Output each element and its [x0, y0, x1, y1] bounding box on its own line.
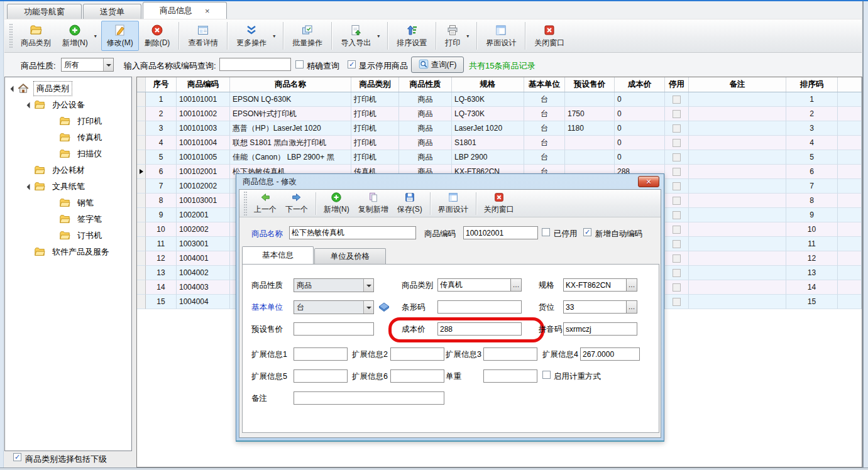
disabled-checkbox[interactable]: [673, 124, 681, 133]
view-details-button[interactable]: 查看详情: [182, 21, 224, 51]
add-new-button[interactable]: 新增(N): [319, 191, 354, 216]
column-header-nature[interactable]: 商品性质: [399, 77, 452, 92]
ext1-input[interactable]: [294, 347, 348, 361]
more-actions-button[interactable]: 更多操作: [231, 21, 272, 51]
disabled-checkbox[interactable]: [673, 139, 681, 147]
ext6-input[interactable]: [390, 369, 444, 383]
product-category-button[interactable]: 商品类别: [15, 21, 57, 51]
column-header-price[interactable]: 预设售价: [565, 77, 615, 92]
base-unit-combo[interactable]: 台: [294, 300, 374, 314]
dropdown-caret-icon[interactable]: ▾: [377, 33, 383, 39]
unit-weight-input[interactable]: [483, 369, 537, 383]
tab-basic-info[interactable]: 基本信息: [242, 246, 314, 264]
tree-item-签字笔[interactable]: 签字笔: [5, 211, 131, 227]
chevron-down-icon[interactable]: [363, 301, 373, 314]
unit-book-icon[interactable]: [378, 300, 390, 313]
expander-icon[interactable]: [25, 103, 34, 107]
ui-design-button[interactable]: 界面设计: [434, 191, 473, 216]
table-row[interactable]: 1100101001EPSON LQ-630K打印机商品LQ-630K台01: [137, 92, 862, 107]
pinyin-input[interactable]: [563, 322, 637, 336]
dropdown-caret-icon[interactable]: ▾: [466, 33, 473, 39]
disabled-checkbox[interactable]: [673, 96, 681, 104]
note-input[interactable]: [294, 391, 444, 405]
tab-1[interactable]: 功能导航窗: [7, 4, 82, 19]
disabled-checkbox[interactable]: [673, 226, 681, 234]
disabled-checkbox[interactable]: [673, 153, 681, 161]
disabled-checkbox[interactable]: [673, 182, 681, 190]
query-button[interactable]: 查询(F): [411, 57, 464, 73]
print-button[interactable]: 打印: [439, 21, 466, 51]
ext5-input[interactable]: [294, 369, 348, 383]
sort-settings-button[interactable]: 排序设置: [391, 21, 432, 51]
column-header-cost[interactable]: 成本价: [615, 77, 665, 92]
disabled-checkbox[interactable]: [673, 298, 681, 306]
barcode-input[interactable]: [437, 300, 522, 314]
column-header-seq[interactable]: 序号: [146, 77, 177, 92]
tab-3[interactable]: 商品信息×: [143, 2, 227, 19]
tree-item-办公设备[interactable]: 办公设备: [5, 97, 131, 113]
table-row[interactable]: 3100101003惠普（HP）LaserJet 1020打印机商品LaserJ…: [137, 121, 862, 136]
table-row[interactable]: 4100101004联想 S1801 黑白激光打印机打印机商品S1801台04: [137, 136, 862, 150]
is-disabled-checkbox[interactable]: [542, 228, 550, 236]
save-button[interactable]: 保存(S): [393, 191, 427, 216]
tree-item-办公耗材[interactable]: 办公耗材: [5, 162, 131, 178]
column-header-spec[interactable]: 规格: [452, 77, 524, 92]
disabled-checkbox[interactable]: [673, 283, 681, 292]
column-header-category[interactable]: 商品类别: [351, 77, 399, 92]
close-window-button[interactable]: 关闭窗口: [529, 21, 570, 51]
ui-design-button[interactable]: 界面设计: [480, 21, 522, 51]
tree-item-软件产品及服务[interactable]: 软件产品及服务: [5, 244, 131, 260]
location-ellipsis-button[interactable]: [627, 300, 637, 314]
tree-item-钢笔[interactable]: 钢笔: [5, 195, 131, 211]
previous-button[interactable]: 上一个: [250, 191, 281, 216]
product-name-input[interactable]: [289, 226, 416, 239]
cost-price-input[interactable]: [437, 322, 522, 336]
tab-2[interactable]: 送货单: [83, 4, 141, 19]
table-row[interactable]: 5100101005佳能（Canon） LBP 2900+ 黑打印机商品LBP …: [137, 150, 862, 165]
disabled-checkbox[interactable]: [673, 110, 681, 118]
tree-item-打印机[interactable]: 打印机: [5, 113, 131, 129]
column-header-disabled[interactable]: 停用: [665, 77, 689, 92]
spec-ellipsis-button[interactable]: [627, 278, 637, 292]
ext3-input[interactable]: [483, 347, 537, 361]
chevron-down-icon[interactable]: [103, 58, 113, 71]
category-ellipsis-button[interactable]: [511, 278, 522, 292]
dropdown-caret-icon[interactable]: ▾: [94, 33, 101, 39]
tree-item-订书机[interactable]: 订书机: [5, 227, 131, 244]
exact-query-checkbox[interactable]: [295, 60, 304, 68]
modify-button[interactable]: 修改(M): [101, 21, 139, 51]
expander-icon[interactable]: [9, 87, 18, 91]
add-new-button[interactable]: 新增(N): [57, 21, 94, 51]
batch-actions-button[interactable]: 批量操作: [287, 21, 328, 51]
tree-item-文具纸笔[interactable]: 文具纸笔: [5, 178, 131, 195]
disabled-checkbox[interactable]: [673, 240, 681, 248]
delete-button[interactable]: 删除(D): [139, 21, 176, 51]
tree-item-扫描仪[interactable]: 扫描仪: [5, 146, 131, 162]
toolbar-grip[interactable]: [244, 192, 247, 216]
nature-combo[interactable]: 商品: [294, 278, 374, 292]
disabled-checkbox[interactable]: [673, 211, 681, 219]
dialog-close-button[interactable]: ✕: [638, 176, 659, 187]
tree-item-传真机[interactable]: 传真机: [5, 129, 131, 146]
tab-close-icon[interactable]: ×: [205, 7, 210, 15]
nature-filter-combo[interactable]: 所有: [61, 58, 114, 72]
disabled-checkbox[interactable]: [673, 168, 681, 176]
spec-input[interactable]: [563, 278, 627, 292]
table-row[interactable]: 2100101002EPSON针式打印机打印机商品LQ-730K台175002: [137, 107, 862, 121]
include-sublevel-checkbox[interactable]: [13, 453, 21, 461]
toolbar-grip[interactable]: [9, 24, 13, 48]
search-input[interactable]: [219, 58, 291, 71]
weigh-mode-checkbox[interactable]: [542, 371, 551, 379]
close-window-button[interactable]: 关闭窗口: [480, 191, 519, 216]
column-header-unit[interactable]: 基本单位: [524, 77, 565, 92]
tab-unit-price[interactable]: 单位及价格: [314, 248, 386, 264]
disabled-checkbox[interactable]: [673, 269, 681, 277]
column-header-name[interactable]: 商品名称: [230, 77, 351, 92]
column-header-note[interactable]: 备注: [689, 77, 786, 92]
auto-code-checkbox[interactable]: [583, 228, 591, 236]
show-disabled-checkbox[interactable]: [348, 60, 356, 68]
column-header-code[interactable]: 商品编码: [177, 77, 230, 92]
copy-new-button[interactable]: 复制新增: [354, 191, 393, 216]
category-input[interactable]: [437, 278, 511, 292]
column-header-order[interactable]: 排序码: [786, 77, 838, 92]
